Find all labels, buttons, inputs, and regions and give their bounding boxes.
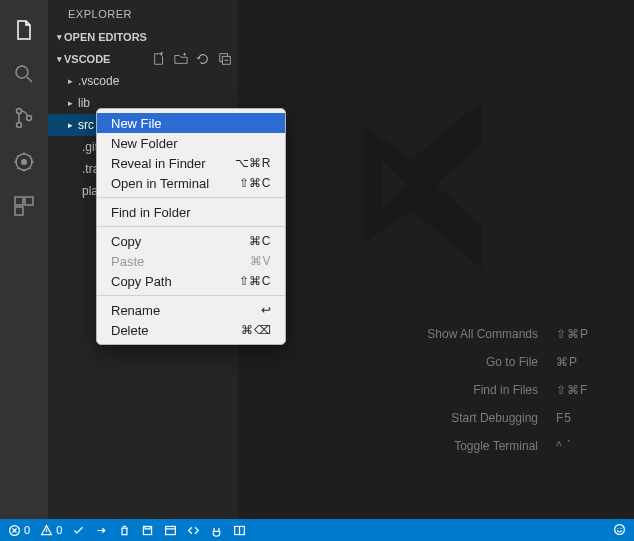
menu-item-shortcut: ⌘C xyxy=(249,234,271,248)
status-warnings[interactable]: 0 xyxy=(40,524,62,537)
status-errors[interactable]: 0 xyxy=(8,524,30,537)
chevron-right-icon: ▸ xyxy=(68,120,78,130)
shortcut-label: Go to File xyxy=(486,355,538,369)
shortcut-row: Start DebuggingF5 xyxy=(427,404,606,432)
svg-point-2 xyxy=(17,123,22,128)
activity-bar xyxy=(0,0,48,519)
shortcut-key: ^ ` xyxy=(556,439,606,453)
menu-item-label: Find in Folder xyxy=(111,205,190,220)
project-root-section[interactable]: ▾ VSCODE xyxy=(48,48,238,70)
menu-item-shortcut: ⇧⌘C xyxy=(239,176,271,190)
status-arrow-icon[interactable] xyxy=(95,524,108,537)
menu-separator xyxy=(97,295,285,296)
status-code-icon[interactable] xyxy=(187,524,200,537)
menu-item-shortcut: ⌥⌘R xyxy=(235,156,271,170)
warning-count: 0 xyxy=(56,524,62,536)
shortcut-label: Find in Files xyxy=(473,383,538,397)
chevron-right-icon: ▸ xyxy=(68,98,78,108)
status-bar: 0 0 xyxy=(0,519,634,541)
svg-point-0 xyxy=(16,66,28,78)
shortcut-key: ⌘P xyxy=(556,355,606,369)
error-count: 0 xyxy=(24,524,30,536)
status-trash-icon[interactable] xyxy=(118,524,131,537)
explorer-actions xyxy=(152,52,232,66)
context-menu: New FileNew FolderReveal in Finder⌥⌘ROpe… xyxy=(96,108,286,345)
chevron-right-icon: ▸ xyxy=(68,76,78,86)
menu-item-label: Delete xyxy=(111,323,149,338)
menu-item[interactable]: Copy⌘C xyxy=(97,231,285,251)
menu-item[interactable]: Delete⌘⌫ xyxy=(97,320,285,340)
menu-item-shortcut: ⌘V xyxy=(250,254,271,268)
status-check-icon[interactable] xyxy=(72,524,85,537)
menu-item-label: Rename xyxy=(111,303,160,318)
svg-point-3 xyxy=(27,116,32,121)
menu-item-shortcut: ↩ xyxy=(261,303,272,317)
search-icon[interactable] xyxy=(10,60,38,88)
svg-rect-8 xyxy=(15,207,23,215)
feedback-icon[interactable] xyxy=(613,523,626,538)
menu-item[interactable]: Rename↩ xyxy=(97,300,285,320)
menu-item[interactable]: Reveal in Finder⌥⌘R xyxy=(97,153,285,173)
tree-label: .vscode xyxy=(78,74,119,88)
svg-point-5 xyxy=(21,159,27,165)
menu-item-label: New Folder xyxy=(111,136,177,151)
shortcut-label: Show All Commands xyxy=(427,327,538,341)
shortcut-row: Show All Commands⇧⌘P xyxy=(427,320,606,348)
status-left: 0 0 xyxy=(8,524,246,537)
menu-item[interactable]: New Folder xyxy=(97,133,285,153)
vscode-logo-watermark xyxy=(331,80,541,294)
svg-point-15 xyxy=(615,524,625,534)
menu-item-label: Reveal in Finder xyxy=(111,156,206,171)
menu-item[interactable]: Open in Terminal⇧⌘C xyxy=(97,173,285,193)
menu-item: Paste⌘V xyxy=(97,251,285,271)
status-layout-icon[interactable] xyxy=(233,524,246,537)
debug-icon[interactable] xyxy=(10,148,38,176)
shortcut-label: Start Debugging xyxy=(451,411,538,425)
status-save-icon[interactable] xyxy=(141,524,154,537)
shortcut-row: Toggle Terminal^ ` xyxy=(427,432,606,460)
explorer-icon[interactable] xyxy=(10,16,38,44)
refresh-icon[interactable] xyxy=(196,52,210,66)
project-root-label: VSCODE xyxy=(64,53,110,65)
shortcut-row: Find in Files⇧⌘F xyxy=(427,376,606,404)
menu-item-label: Open in Terminal xyxy=(111,176,209,191)
svg-rect-6 xyxy=(15,197,23,205)
chevron-down-icon: ▾ xyxy=(54,32,64,42)
shortcut-row: Go to File⌘P xyxy=(427,348,606,376)
welcome-shortcuts: Show All Commands⇧⌘P Go to File⌘P Find i… xyxy=(427,320,606,460)
tree-label: lib xyxy=(78,96,90,110)
menu-item[interactable]: Find in Folder xyxy=(97,202,285,222)
svg-point-1 xyxy=(17,109,22,114)
menu-item-label: Paste xyxy=(111,254,144,269)
new-folder-icon[interactable] xyxy=(174,52,188,66)
status-window-icon[interactable] xyxy=(164,524,177,537)
menu-item-label: Copy xyxy=(111,234,141,249)
editor-area: Show All Commands⇧⌘P Go to File⌘P Find i… xyxy=(238,0,634,519)
shortcut-key: F5 xyxy=(556,411,606,425)
extensions-icon[interactable] xyxy=(10,192,38,220)
menu-item[interactable]: New File xyxy=(97,113,285,133)
explorer-title: EXPLORER xyxy=(48,0,238,26)
menu-item-label: New File xyxy=(111,116,162,131)
open-editors-label: OPEN EDITORS xyxy=(64,31,147,43)
collapse-all-icon[interactable] xyxy=(218,52,232,66)
menu-separator xyxy=(97,226,285,227)
menu-item-label: Copy Path xyxy=(111,274,172,289)
new-file-icon[interactable] xyxy=(152,52,166,66)
tree-label: src xyxy=(78,118,94,132)
menu-item-shortcut: ⌘⌫ xyxy=(241,323,271,337)
svg-rect-7 xyxy=(25,197,33,205)
shortcut-key: ⇧⌘P xyxy=(556,327,606,341)
menu-separator xyxy=(97,197,285,198)
menu-item-shortcut: ⇧⌘C xyxy=(239,274,271,288)
open-editors-section[interactable]: ▾ OPEN EDITORS xyxy=(48,26,238,48)
shortcut-label: Toggle Terminal xyxy=(454,439,538,453)
status-plug-icon[interactable] xyxy=(210,524,223,537)
tree-folder[interactable]: ▸.vscode xyxy=(48,70,238,92)
shortcut-key: ⇧⌘F xyxy=(556,383,606,397)
git-icon[interactable] xyxy=(10,104,38,132)
chevron-down-icon: ▾ xyxy=(54,54,64,64)
menu-item[interactable]: Copy Path⇧⌘C xyxy=(97,271,285,291)
svg-rect-13 xyxy=(166,526,176,534)
